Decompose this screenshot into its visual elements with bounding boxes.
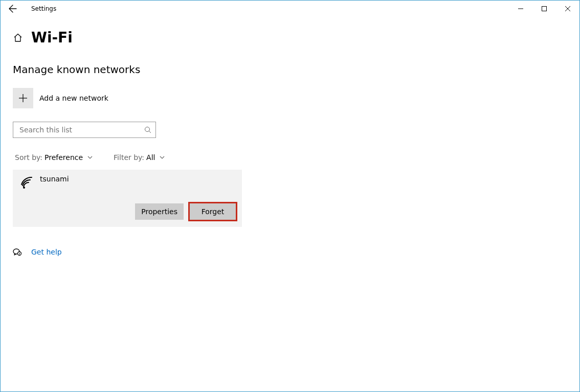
section-title: Manage known networks [13,63,579,76]
svg-line-7 [149,131,151,133]
help-icon: ? [13,247,22,257]
network-name: tsunami [40,175,69,183]
sort-by-dropdown[interactable]: Sort by: Preference [15,153,93,162]
svg-text:?: ? [19,252,20,256]
svg-point-6 [145,127,150,132]
maximize-button[interactable] [532,1,556,17]
network-item[interactable]: tsunami Properties Forget [13,170,242,227]
maximize-icon [542,6,547,11]
get-help-row[interactable]: ? Get help [13,247,579,257]
filter-by-value: All [146,153,155,162]
sort-by-value: Preference [44,153,83,162]
page-title: Wi-Fi [31,29,73,46]
chevron-down-icon [87,154,93,160]
window-title: Settings [31,5,56,12]
network-actions: Properties Forget [19,203,236,220]
plus-icon [18,94,28,103]
properties-button[interactable]: Properties [135,203,184,220]
add-network-label: Add a new network [39,94,108,102]
wifi-icon [20,176,34,189]
search-icon [144,126,151,133]
close-icon [565,6,570,11]
settings-window: Settings [0,0,580,392]
plus-box [13,88,33,108]
search-input[interactable] [18,125,144,134]
search-box[interactable] [13,122,156,138]
forget-button[interactable]: Forget [190,203,236,220]
sort-by-label: Sort by: [15,153,42,162]
chevron-down-icon [159,154,165,160]
filter-row: Sort by: Preference Filter by: All [15,153,579,162]
titlebar: Settings [1,1,579,17]
filter-by-label: Filter by: [114,153,144,162]
back-arrow-icon [9,5,17,13]
svg-rect-1 [542,7,547,11]
get-help-link[interactable]: Get help [31,248,62,256]
filter-by-dropdown[interactable]: Filter by: All [114,153,165,162]
minimize-button[interactable] [509,1,532,17]
page-header: Wi-Fi [13,29,579,46]
minimize-icon [518,6,523,11]
svg-point-8 [23,187,25,189]
close-button[interactable] [556,1,579,17]
add-network-button[interactable]: Add a new network [13,88,579,108]
network-header: tsunami [20,176,236,189]
window-controls [509,1,579,17]
back-button[interactable] [3,1,23,17]
home-icon[interactable] [13,33,23,43]
content-area: Wi-Fi Manage known networks Add a new ne… [1,17,579,391]
